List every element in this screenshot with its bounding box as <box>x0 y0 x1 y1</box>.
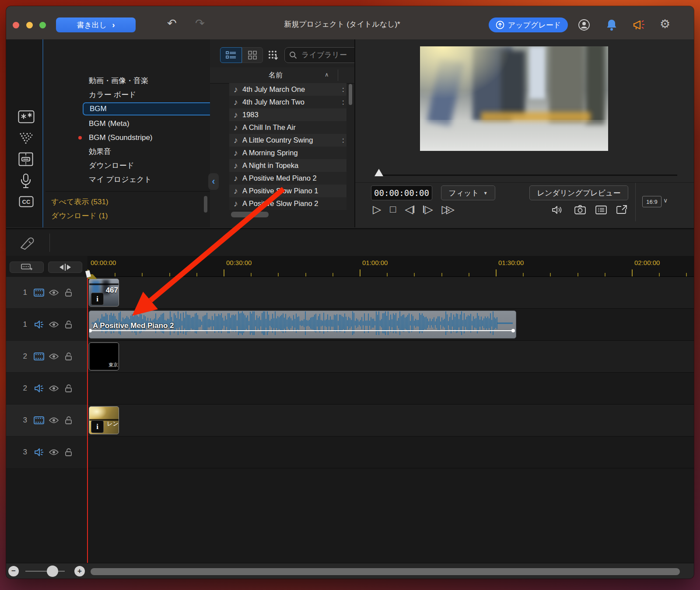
undo-button[interactable]: ↶ <box>167 17 177 29</box>
captions-tab[interactable]: CC <box>19 196 34 207</box>
add-track-button[interactable] <box>10 262 44 273</box>
timecode-display: 00:00:00:00 <box>371 185 432 200</box>
settings-button[interactable]: ⚙ <box>660 17 670 31</box>
info-badge[interactable]: i <box>91 420 104 433</box>
close-window-button[interactable] <box>13 22 19 28</box>
import-button[interactable] <box>268 50 279 61</box>
promo-button[interactable] <box>633 19 646 31</box>
audio-track-icon <box>32 320 46 329</box>
video-clip-2[interactable]: 東京 <box>89 342 119 370</box>
volume-line[interactable] <box>90 330 514 331</box>
previous-frame-button[interactable]: ◁ <box>405 204 414 215</box>
lock-toggle[interactable] <box>61 384 76 393</box>
zoom-slider-track[interactable] <box>25 571 65 572</box>
timeline-scrollbar[interactable] <box>91 568 680 575</box>
next-frame-button[interactable]: ▷ <box>423 204 433 215</box>
effects-tab[interactable] <box>18 110 35 123</box>
track-content[interactable] <box>88 373 694 405</box>
mute-button[interactable] <box>551 205 564 215</box>
info-badge[interactable]: i <box>91 293 104 305</box>
track-row[interactable]: ♪A Morning Spring <box>229 147 346 159</box>
notifications-button[interactable] <box>606 19 617 31</box>
zoom-in-button[interactable]: + <box>74 566 85 576</box>
zoom-slider-thumb[interactable] <box>47 566 58 577</box>
lock-toggle[interactable] <box>61 288 76 297</box>
video-clip-3[interactable]: レン i <box>89 406 119 434</box>
visibility-toggle[interactable] <box>46 353 61 360</box>
play-button[interactable]: ▷ <box>373 204 381 215</box>
account-button[interactable] <box>578 19 590 31</box>
list-scrollbar-vertical[interactable] <box>349 84 352 105</box>
visibility-toggle[interactable] <box>46 385 61 392</box>
track-row[interactable]: ♪4th July March One: <box>229 83 346 96</box>
list-view-button[interactable] <box>220 47 242 63</box>
track-row[interactable]: ♪A Positive Med Piano 2 <box>229 172 346 185</box>
export-button[interactable]: 書き出し › <box>56 17 136 32</box>
fast-forward-button[interactable]: ▷▷ <box>442 204 455 215</box>
track-row[interactable]: ♪1983 <box>229 108 346 121</box>
project-title: 新規プロジェクト (タイトルなし)* <box>284 19 400 29</box>
column-divider <box>338 70 338 81</box>
track-row[interactable]: ♪A Chill In The Air <box>229 121 346 134</box>
track-content[interactable] <box>88 277 694 309</box>
track-content[interactable] <box>88 405 694 436</box>
category-scrollbar[interactable] <box>204 196 207 213</box>
aspect-chevron-icon[interactable]: ∨ <box>663 197 668 204</box>
lock-toggle[interactable] <box>61 416 76 425</box>
show-all-link[interactable]: すべて表示 (531) <box>51 197 108 207</box>
ruler-label: 01:00:00 <box>362 259 388 266</box>
maximize-window-button[interactable] <box>39 22 46 28</box>
audio-track-icon <box>32 384 46 393</box>
lock-toggle[interactable] <box>61 320 76 329</box>
aspect-ratio-button[interactable]: 16:9 <box>642 196 662 207</box>
visibility-toggle[interactable] <box>46 417 61 424</box>
track-row[interactable]: ♪4th July March Two: <box>229 96 346 108</box>
frame-bar <box>423 206 424 213</box>
redo-button[interactable]: ↷ <box>195 17 205 29</box>
track-row[interactable]: ♪A Positive Slow Piano 1 <box>229 185 346 197</box>
track-content[interactable] <box>88 436 694 468</box>
voiceover-tab[interactable] <box>20 173 32 189</box>
zoom-fit-dropdown[interactable]: フィット▼ <box>441 185 495 200</box>
audio-clip[interactable]: A Positive Med Piano 2 <box>89 311 516 339</box>
minimize-window-button[interactable] <box>26 22 33 28</box>
stop-button[interactable]: □ <box>390 204 396 214</box>
downloads-link[interactable]: ダウンロード (1) <box>51 211 108 221</box>
lock-toggle[interactable] <box>61 448 76 457</box>
seek-playhead[interactable] <box>374 169 383 176</box>
visibility-toggle[interactable] <box>46 321 61 328</box>
razor-tool-button[interactable] <box>19 234 37 250</box>
transitions-tab[interactable] <box>18 152 33 166</box>
track-row[interactable]: ♪A Positive Slow Piano 2 <box>229 197 346 210</box>
upgrade-button[interactable]: アップグレード <box>489 17 568 32</box>
video-preview[interactable] <box>420 46 608 151</box>
list-scrollbar-horizontal[interactable] <box>231 212 269 217</box>
snapshot-button[interactable] <box>574 205 586 215</box>
video-clip-1[interactable]: 467 i <box>89 279 119 307</box>
playhead-line[interactable] <box>87 278 88 563</box>
music-note-icon: ♪ <box>229 136 242 145</box>
list-header[interactable]: 名前 ∧ <box>210 67 354 84</box>
elements-tab[interactable] <box>18 132 33 145</box>
zoom-out-button[interactable]: − <box>8 566 19 576</box>
visibility-toggle[interactable] <box>46 449 61 456</box>
timeline-toolbar <box>6 228 694 257</box>
lock-toggle[interactable] <box>61 352 76 361</box>
library-search-input[interactable] <box>301 50 354 60</box>
seek-bar[interactable] <box>375 175 677 176</box>
render-preview-button[interactable]: レンダリングプレビュー <box>529 185 628 200</box>
collapse-panel-button[interactable]: ‹ <box>208 173 219 190</box>
music-note-icon: ♪ <box>229 85 242 94</box>
marker-list-button[interactable] <box>595 205 607 215</box>
music-note-icon: ♪ <box>229 186 242 196</box>
track-content[interactable] <box>88 341 694 373</box>
volume-handle-right[interactable] <box>511 329 515 332</box>
detach-preview-button[interactable] <box>616 205 628 215</box>
timeline-ruler[interactable]: 00:00:00 00:30:00 01:00:00 01:30:00 02:0… <box>88 256 694 277</box>
grid-view-button[interactable] <box>242 47 263 63</box>
track-row[interactable]: ♪A Little Country Swing: <box>229 134 346 147</box>
track-row[interactable]: ♪A Night in Topeka <box>229 159 346 172</box>
snap-toggle-button[interactable] <box>48 262 82 273</box>
track-header-audio-2: 2 <box>6 373 88 404</box>
visibility-toggle[interactable] <box>46 289 61 296</box>
